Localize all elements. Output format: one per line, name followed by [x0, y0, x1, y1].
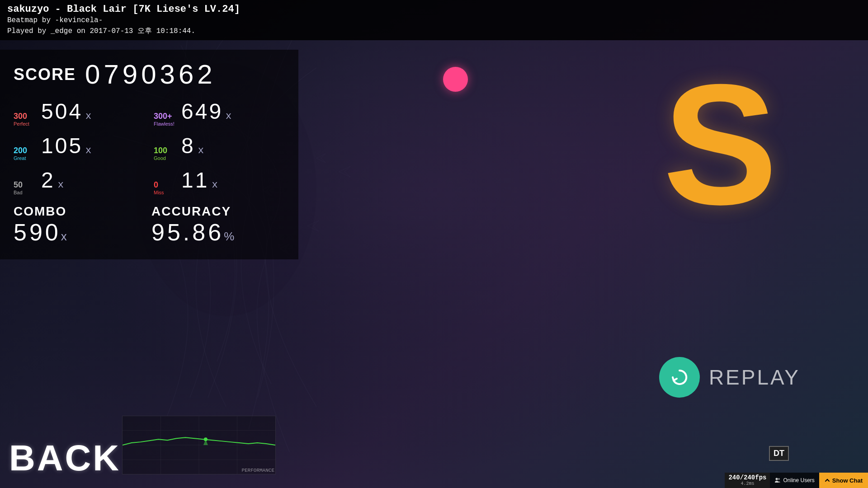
stat-200: 200 Great 105 x	[14, 133, 145, 161]
accuracy-section: ACCURACY 95.86%	[151, 204, 285, 246]
replay-button[interactable]: REPLAY	[659, 357, 800, 398]
replay-label: REPLAY	[709, 365, 800, 389]
bottom-right-bar: 240/240fps 4.2ms Online Users Show Chat	[725, 473, 868, 488]
hit50-x: x	[58, 179, 64, 191]
beatmap-info: Beatmap by -kevincela- Played by _edge o…	[7, 15, 861, 37]
hit200-x: x	[85, 145, 91, 156]
hit300plus-value: 649	[181, 99, 223, 124]
replay-icon	[668, 366, 691, 389]
fps-badge: 240/240fps 4.2ms	[725, 473, 770, 488]
stats-grid: 300 Perfect 504 x 300+ Flawless! 649 x 2…	[14, 99, 285, 195]
score-panel: SCORE 0790362 300 Perfect 504 x 300+ Fla…	[0, 50, 298, 259]
chevron-up-icon	[825, 478, 830, 483]
grade-letter: S	[663, 59, 778, 230]
hit300plus-badge: 300+ Flawless!	[154, 112, 179, 127]
play-info: Played by _edge on 2017-07-13 오후 10:18:4…	[7, 27, 195, 35]
replay-icon-circle[interactable]	[659, 357, 700, 398]
score-label: SCORE	[14, 65, 76, 84]
hit100-x: x	[198, 145, 204, 156]
bottom-stats: COMBO 590x ACCURACY 95.86%	[14, 204, 285, 246]
stat-100: 100 Good 8 x	[154, 133, 285, 161]
performance-graph: PERFORMANCE	[122, 416, 276, 474]
combo-value: 590x	[14, 219, 147, 246]
online-users-icon	[774, 477, 781, 483]
mod-badge: DT	[769, 446, 789, 461]
hit100-value: 8	[181, 133, 195, 158]
show-chat-button[interactable]: Show Chat	[819, 473, 868, 488]
svg-point-9	[776, 478, 778, 480]
fps-value: 240/240fps	[728, 474, 766, 482]
online-users-label: Online Users	[783, 477, 814, 483]
hit300-badge: 300 Perfect	[14, 112, 38, 127]
miss-badge: 0 Miss	[154, 180, 179, 195]
hit200-value: 105	[41, 133, 83, 158]
header-bar: sakuzyo - Black Lair [7K Liese's LV.24] …	[0, 0, 868, 40]
hit200-badge: 200 Great	[14, 146, 38, 161]
performance-label: PERFORMANCE	[241, 468, 274, 473]
combo-label: COMBO	[14, 204, 147, 219]
combo-section: COMBO 590x	[14, 204, 147, 246]
stat-miss: 0 Miss 11 x	[154, 168, 285, 195]
online-users-button[interactable]: Online Users	[770, 473, 819, 488]
svg-point-10	[778, 478, 780, 480]
hit300-x: x	[85, 111, 91, 122]
hit50-value: 2	[41, 168, 55, 192]
back-button[interactable]: BACK	[9, 437, 121, 479]
miss-x: x	[212, 179, 217, 191]
score-value: 0790362	[85, 59, 216, 90]
performance-graph-area: PERFORMANCE	[122, 416, 276, 488]
stat-300plus: 300+ Flawless! 649 x	[154, 99, 285, 127]
accuracy-label: ACCURACY	[151, 204, 285, 219]
stat-300: 300 Perfect 504 x	[14, 99, 145, 127]
grade-container: S	[663, 59, 778, 230]
song-title: sakuzyo - Black Lair [7K Liese's LV.24]	[7, 4, 861, 15]
hit300plus-x: x	[226, 111, 231, 122]
accuracy-value: 95.86%	[151, 219, 285, 246]
stat-50: 50 Bad 2 x	[14, 168, 145, 195]
beatmap-author: Beatmap by -kevincela-	[7, 16, 103, 24]
hit50-badge: 50 Bad	[14, 180, 38, 195]
latency-value: 4.2ms	[741, 481, 754, 487]
hit100-badge: 100 Good	[154, 146, 179, 161]
pink-circle-decoration	[443, 67, 468, 92]
performance-graph-svg	[123, 416, 275, 474]
hit300-value: 504	[41, 99, 83, 124]
miss-value: 11	[181, 168, 209, 192]
score-row: SCORE 0790362	[14, 59, 285, 90]
show-chat-label: Show Chat	[832, 477, 863, 484]
